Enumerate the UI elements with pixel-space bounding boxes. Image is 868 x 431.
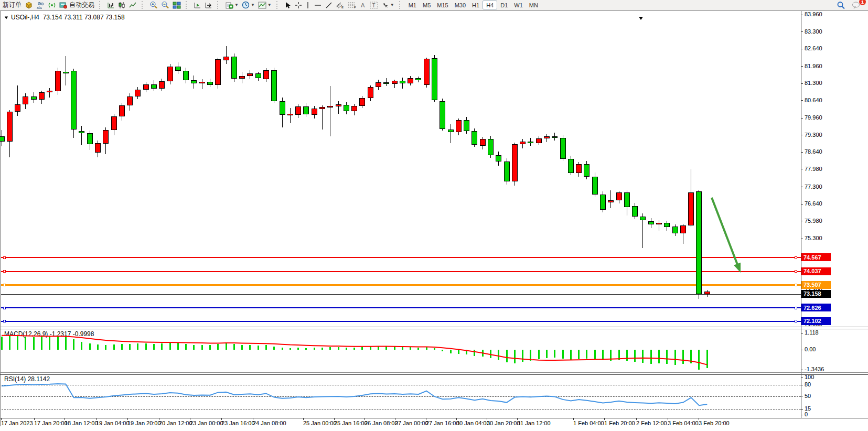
vline-tool-button[interactable] xyxy=(304,1,312,9)
rsi-tick-mark xyxy=(801,396,803,396)
candle-wick xyxy=(659,220,659,231)
trendline-tool-button[interactable] xyxy=(324,1,334,9)
auto-trading-button[interactable]: 自动交易 xyxy=(58,1,96,9)
zoom-out-button[interactable] xyxy=(159,1,171,9)
price-hline[interactable] xyxy=(1,284,801,286)
rsi-tick-mark xyxy=(801,378,803,378)
line-chart-mode-button[interactable] xyxy=(127,1,138,9)
timeframe-button-d1[interactable]: D1 xyxy=(497,1,511,9)
hline-handle[interactable] xyxy=(3,307,6,309)
candle-bullish xyxy=(520,142,526,144)
price-tick-mark xyxy=(801,49,803,49)
price-level-label: 74.567 xyxy=(801,253,831,261)
timeframe-button-h1[interactable]: H1 xyxy=(469,1,483,9)
hline-handle[interactable] xyxy=(795,284,797,286)
hline-handle[interactable] xyxy=(795,320,797,322)
label-tool-button[interactable]: T xyxy=(368,1,380,9)
time-tick-label: 2 Feb 12:00 xyxy=(636,420,667,426)
market-watch-icon[interactable] xyxy=(23,1,35,9)
hline-handle[interactable] xyxy=(795,270,797,273)
macd-histogram-bar xyxy=(97,344,99,350)
macd-histogram-bar xyxy=(378,346,379,350)
macd-tick-label: 0.00 xyxy=(805,346,816,352)
rsi-tick-label: 100 xyxy=(805,374,814,380)
price-hline[interactable] xyxy=(1,307,801,308)
toolbar-separator xyxy=(276,1,280,9)
chart-shift-marker[interactable] xyxy=(639,13,646,22)
candle-bearish xyxy=(448,130,454,132)
new-order-button[interactable]: 新订单 xyxy=(1,1,23,9)
price-tick-mark xyxy=(801,31,803,32)
timeframe-button-m15[interactable]: M15 xyxy=(434,1,451,9)
timeframe-button-m5[interactable]: M5 xyxy=(420,1,434,9)
tile-windows-icon xyxy=(173,2,181,9)
macd-histogram-bar xyxy=(258,346,259,350)
macd-histogram-bar xyxy=(177,343,179,350)
candle-bearish xyxy=(672,227,678,233)
hline-handle[interactable] xyxy=(795,307,797,309)
time-tick-label: 23 Jan 00:00 xyxy=(190,420,223,426)
candle-bullish xyxy=(127,96,133,105)
tile-windows-button[interactable] xyxy=(171,1,183,9)
price-hline[interactable] xyxy=(1,321,801,322)
notifications-button[interactable]: 1 xyxy=(850,1,863,9)
timeframe-button-h4[interactable]: H4 xyxy=(483,1,497,9)
macd-histogram-bar xyxy=(666,350,668,364)
text-tool-button[interactable]: A xyxy=(358,1,368,9)
candle-chart-mode-button[interactable] xyxy=(116,1,127,9)
macd-histogram-bar xyxy=(233,344,235,350)
accounts-button[interactable] xyxy=(35,1,46,9)
text-icon: A xyxy=(360,2,367,9)
candle-bullish xyxy=(95,143,101,153)
chart-shift-button[interactable] xyxy=(203,1,214,9)
toolbar: 新订单 自动交易 xyxy=(0,0,868,10)
zoom-in-button[interactable] xyxy=(148,1,159,9)
hline-handle[interactable] xyxy=(3,270,6,273)
crosshair-icon xyxy=(295,2,302,9)
price-hline[interactable] xyxy=(1,257,801,258)
macd-histogram-bar xyxy=(241,345,243,350)
crosshair-tool-button[interactable] xyxy=(293,1,304,9)
hline-handle[interactable] xyxy=(795,256,797,259)
indicators-button[interactable]: ▼ xyxy=(223,1,240,9)
fibonacci-tool-button[interactable]: F xyxy=(346,1,358,9)
macd-histogram-bar xyxy=(434,348,435,350)
timeframe-button-w1[interactable]: W1 xyxy=(511,1,526,9)
hline-handle[interactable] xyxy=(3,256,6,259)
chart-menu-icon[interactable] xyxy=(5,17,8,19)
price-tick-label: 77.300 xyxy=(805,184,822,190)
macd-histogram-bar xyxy=(217,344,219,350)
timeframe-button-mn[interactable]: MN xyxy=(526,1,541,9)
macd-histogram-bar xyxy=(570,350,572,360)
candle-bullish xyxy=(223,57,229,60)
arrows-tool-button[interactable]: ▼ xyxy=(380,1,396,9)
auto-scroll-button[interactable] xyxy=(192,1,203,9)
pane-separator xyxy=(0,418,868,418)
macd-histogram-bar xyxy=(273,347,275,350)
rsi-level-50 xyxy=(2,396,801,397)
timeframe-button-m1[interactable]: M1 xyxy=(405,1,420,9)
macd-histogram-bar xyxy=(314,348,315,350)
macd-histogram-bar xyxy=(578,350,580,359)
bar-chart-mode-button[interactable] xyxy=(105,1,116,9)
hline-handle[interactable] xyxy=(3,284,6,286)
macd-histogram-bar xyxy=(49,337,50,350)
hline-handle[interactable] xyxy=(3,320,6,322)
macd-histogram-bar xyxy=(394,347,395,350)
channel-tool-button[interactable]: E xyxy=(334,1,346,9)
candle-bullish xyxy=(167,67,173,81)
timeframe-button-m30[interactable]: M30 xyxy=(452,1,469,9)
toolbar-separator xyxy=(217,1,221,9)
search-button[interactable] xyxy=(835,1,847,9)
cursor-tool-button[interactable] xyxy=(283,1,293,9)
macd-histogram-bar xyxy=(498,350,499,360)
price-tick-mark xyxy=(801,152,803,153)
signals-button[interactable] xyxy=(46,1,58,9)
price-tick-mark xyxy=(801,118,803,118)
price-hline[interactable] xyxy=(1,271,801,272)
candle-bearish xyxy=(560,138,566,159)
contacts-icon xyxy=(36,2,45,9)
periods-button[interactable]: ▼ xyxy=(240,1,256,9)
hline-tool-button[interactable] xyxy=(312,1,324,9)
templates-button[interactable]: ▼ xyxy=(256,1,273,9)
